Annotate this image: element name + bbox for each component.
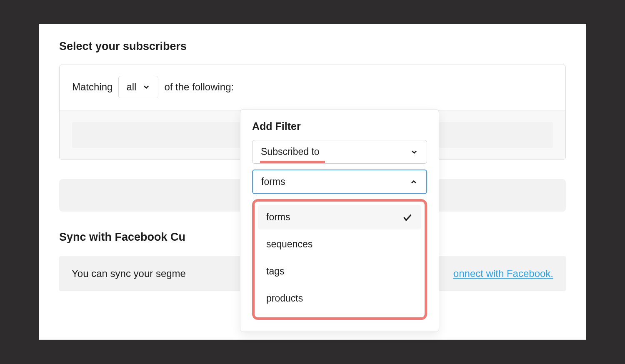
filter-target-options: forms sequences tags products: [252, 199, 427, 320]
filter-type-value: Subscribed to: [261, 146, 320, 157]
bottom-divider: [39, 339, 586, 340]
section-title: Select your subscribers: [59, 40, 566, 53]
connect-facebook-link[interactable]: onnect with Facebook.: [453, 268, 553, 279]
match-mode-select[interactable]: all: [118, 76, 158, 98]
add-filter-popover: Add Filter Subscribed to forms forms seq…: [240, 109, 439, 332]
filter-type-select[interactable]: Subscribed to: [252, 140, 427, 164]
option-forms[interactable]: forms: [258, 205, 421, 229]
matching-label: Matching: [72, 81, 112, 93]
sync-banner-text: You can sync your segme: [72, 268, 186, 279]
popover-title: Add Filter: [252, 120, 427, 132]
option-products[interactable]: products: [258, 286, 421, 311]
filter-header: Matching all of the following:: [60, 65, 565, 110]
chevron-down-icon: [142, 83, 150, 91]
check-icon: [402, 212, 413, 223]
option-label: sequences: [266, 239, 312, 250]
of-following-label: of the following:: [164, 81, 234, 93]
option-label: forms: [266, 212, 290, 223]
filter-target-value: forms: [261, 176, 285, 187]
annotation-underline: [260, 161, 325, 163]
chevron-up-icon: [410, 178, 418, 186]
option-sequences[interactable]: sequences: [258, 232, 421, 257]
filter-target-select[interactable]: forms: [252, 170, 427, 194]
option-label: tags: [266, 266, 284, 277]
page-container: Select your subscribers Matching all of …: [39, 24, 586, 340]
match-mode-value: all: [126, 81, 136, 93]
chevron-down-icon: [410, 148, 418, 156]
option-label: products: [266, 293, 303, 304]
option-tags[interactable]: tags: [258, 259, 421, 284]
